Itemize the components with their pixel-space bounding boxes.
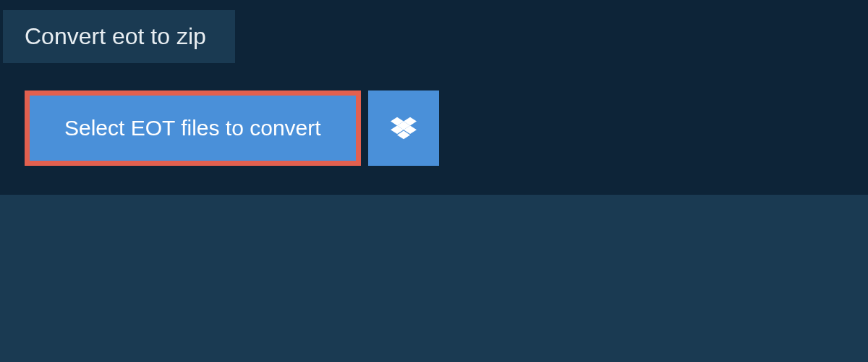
select-files-button[interactable]: Select EOT files to convert bbox=[25, 90, 361, 166]
select-files-button-label: Select EOT files to convert bbox=[64, 116, 321, 140]
converter-panel: Convert eot to zip Select EOT files to c… bbox=[0, 0, 868, 195]
page-title: Convert eot to zip bbox=[25, 23, 206, 49]
dropbox-button[interactable] bbox=[368, 90, 439, 166]
button-row: Select EOT files to convert bbox=[25, 90, 868, 166]
tab-header: Convert eot to zip bbox=[3, 10, 235, 63]
dropbox-icon bbox=[391, 117, 417, 140]
